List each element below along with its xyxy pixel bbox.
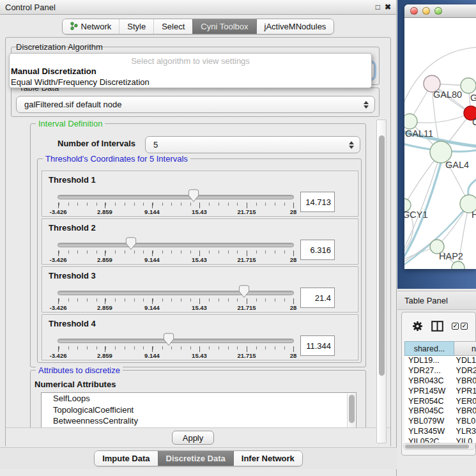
table-panel-header: Table Panel (397, 291, 476, 310)
cell: YDR27... (404, 366, 452, 376)
table-horizontal-scrollbar[interactable] (403, 443, 475, 450)
tab-style[interactable]: Style (119, 19, 153, 34)
threshold-1-slider[interactable]: -3.426 2.859 9.144 15.43 21.715 28 (58, 171, 294, 217)
table-row[interactable]: YDL19...YDL1 (404, 356, 476, 366)
scale-label: 15.43 (192, 352, 207, 359)
scale-label: 2.859 (97, 304, 112, 311)
scrollbar-thumb[interactable] (405, 445, 469, 449)
column-header-name[interactable]: name (454, 341, 476, 356)
cell: YBR045C (404, 406, 452, 417)
algorithm-dropdown-popup: Select algorithm to view settings Manual… (9, 53, 372, 88)
zoom-traffic-light-icon[interactable] (434, 7, 442, 15)
threshold-2-value-field[interactable]: 6.316 (300, 240, 335, 260)
table-row[interactable]: YER054CYER0 (404, 397, 476, 407)
threshold-3-slider[interactable]: -3.426 2.859 9.144 15.43 21.715 28 (58, 267, 294, 313)
control-panel-titlebar: Control Panel □ ✖ (0, 0, 396, 15)
gear-icon[interactable] (412, 321, 423, 332)
threshold-3-value-field[interactable]: 21.4 (300, 288, 335, 308)
network-node[interactable] (461, 78, 476, 93)
cell: YBL0 (452, 417, 476, 427)
scale-label: -3.426 (50, 352, 67, 359)
slider-thumb[interactable] (188, 189, 199, 205)
scale-label: 15.43 (192, 256, 207, 263)
tab-select[interactable]: Select (153, 19, 192, 34)
threshold-4-slider[interactable]: -3.426 2.859 9.144 15.43 21.715 28 (58, 315, 294, 361)
table-row[interactable]: YLR345WYLR3 (404, 427, 476, 437)
apply-bar: Apply (6, 427, 390, 447)
slider-track (58, 243, 294, 247)
scale-label: 9.144 (144, 352, 160, 359)
table-row[interactable]: YBR043CYBR0 (404, 376, 476, 387)
tab-jactivemnodules[interactable]: jActiveMNodules (256, 19, 334, 34)
bottom-tabs-group: Impute Data Discretize Data Infer Networ… (94, 450, 303, 466)
threshold-1-value-field[interactable]: 14.713 (300, 192, 335, 212)
threshold-4-value-field[interactable]: 11.344 (300, 335, 335, 356)
top-tabstrip: Network Style Select Cyni Toolbox jActiv… (0, 15, 396, 37)
slider-minor-ticks (59, 346, 294, 349)
close-icon[interactable]: ✖ (385, 3, 391, 12)
table-row[interactable]: YDR27...YDR2 (404, 366, 476, 376)
panel-title: Control Panel (5, 3, 371, 12)
threshold-2-panel: Threshold 2 -3.426 2.859 9.144 15.43 21.… (42, 219, 358, 265)
tab-select-label: Select (162, 22, 185, 31)
scrollbar-thumb[interactable] (379, 135, 385, 376)
column-header-shared[interactable]: shared... (404, 341, 454, 356)
table-toolbar: ✓ ✓ (402, 312, 475, 339)
scale-label: 21.715 (237, 304, 256, 311)
close-traffic-light-icon[interactable] (410, 7, 418, 15)
cell: YDR2 (452, 366, 476, 376)
tab-infer-network[interactable]: Infer Network (233, 451, 302, 466)
table-panel-title: Table Panel (404, 296, 448, 305)
table-data-combobox[interactable]: galFiltered.sif default node (16, 96, 375, 113)
apply-button[interactable]: Apply (172, 431, 214, 445)
slider-thumb[interactable] (125, 237, 136, 253)
list-item[interactable]: TopologicalCoefficient (42, 404, 356, 416)
number-of-intervals-spinner[interactable]: 5 (145, 136, 360, 153)
right-panel: GAL80 GA GAL11 GAL4 GCY1 H HAP2 C Table … (397, 0, 476, 476)
table-row[interactable]: YPR145WYPR1 (404, 387, 476, 397)
scale-label: 2.859 (97, 352, 112, 359)
node-label-hap2: HAP2 (439, 251, 463, 261)
tab-impute-data[interactable]: Impute Data (95, 451, 157, 466)
table-row[interactable]: YBL079WYBL0 (404, 417, 476, 427)
node-label-gal11: GAL11 (405, 128, 433, 139)
threshold-2-slider[interactable]: -3.426 2.859 9.144 15.43 21.715 28 (58, 219, 294, 265)
tab-cyni-toolbox[interactable]: Cyni Toolbox (192, 19, 256, 34)
cell: YDL1 (452, 356, 476, 366)
column-visibility-icons[interactable]: ✓ ✓ (452, 323, 468, 330)
list-item[interactable]: BetweennessCentrality (42, 415, 356, 427)
table-row[interactable]: YBR045CYBR0 (404, 406, 476, 417)
node-label-partial: C (472, 117, 476, 127)
scale-label: 21.715 (237, 352, 256, 359)
table-row[interactable]: YIL052CYIL0 (404, 437, 476, 443)
slider-track (58, 195, 294, 199)
minimize-traffic-light-icon[interactable] (422, 7, 430, 15)
numerical-attributes-list[interactable]: SelfLoops TopologicalCoefficient Between… (41, 392, 357, 427)
thresholds-group: Threshold's Coordinates for 5 Intervals … (37, 158, 362, 363)
tab-discretize-data[interactable]: Discretize Data (158, 451, 233, 466)
settings-scrollbar[interactable] (376, 119, 387, 443)
slider-thumb[interactable] (239, 285, 250, 301)
dropdown-option-manual[interactable]: Manual Discretization (11, 66, 96, 76)
cell: YIL0 (452, 437, 476, 443)
threshold-3-panel: Threshold 3 -3.426 2.859 9.144 15.43 21.… (42, 266, 358, 312)
tab-infer-network-label: Infer Network (242, 454, 295, 463)
list-scrollbar[interactable] (347, 394, 355, 427)
list-item[interactable]: SelfLoops (42, 393, 356, 404)
cell: YER054C (404, 397, 452, 407)
tab-discretize-data-label: Discretize Data (166, 454, 226, 463)
split-columns-icon[interactable] (431, 321, 443, 332)
checkbox-checked-icon: ✓ (452, 323, 459, 330)
network-view-frame: GAL80 GA GAL11 GAL4 GCY1 H HAP2 C (397, 0, 476, 289)
tab-network[interactable]: Network (63, 19, 119, 34)
number-of-intervals-label: Number of Intervals (58, 139, 135, 148)
scale-label: 9.144 (144, 256, 160, 263)
cell: YBR043C (404, 376, 452, 387)
node-table[interactable]: YDL19...YDL1 YDR27...YDR2 YBR043CYBR0 YP… (404, 356, 476, 443)
dropdown-option-equal-width[interactable]: Equal Width/Frequency Discretization (11, 77, 150, 87)
slider-thumb[interactable] (163, 333, 174, 349)
network-node[interactable] (404, 114, 417, 129)
network-canvas[interactable]: GAL80 GA GAL11 GAL4 GCY1 H HAP2 C (404, 18, 476, 269)
dropdown-hint: Select algorithm to view settings (10, 56, 371, 66)
float-window-icon[interactable]: □ (376, 3, 380, 12)
